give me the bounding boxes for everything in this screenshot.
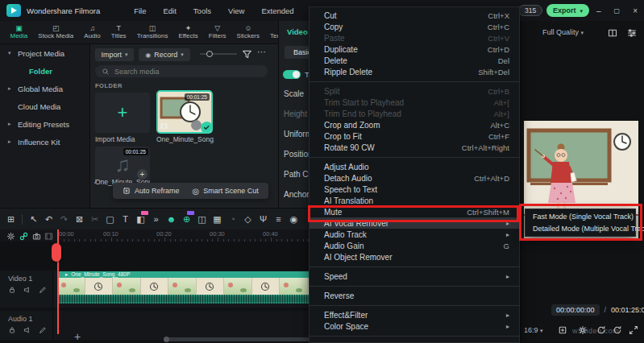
- more-tools-icon[interactable]: »: [148, 214, 164, 224]
- mute-speaker-icon[interactable]: [23, 286, 31, 294]
- edit-pencil-icon[interactable]: [39, 326, 47, 334]
- auto-ripple-link-icon[interactable]: [19, 232, 28, 241]
- voiceover-mic-icon[interactable]: Ψ: [256, 214, 271, 224]
- crop-icon[interactable]: ▢: [102, 214, 118, 225]
- tab-effects[interactable]: ✦Effects: [173, 24, 203, 40]
- tab-titles[interactable]: TTitles: [106, 24, 131, 40]
- sidebar-item-influence-kit[interactable]: ▸Influence Kit: [0, 133, 89, 151]
- tab-video[interactable]: Video: [287, 27, 308, 36]
- menu-item-ai-translation[interactable]: AI Translation: [310, 195, 519, 206]
- fullscreen-icon[interactable]: [629, 325, 638, 335]
- snapshot-frame-icon[interactable]: [558, 325, 567, 335]
- menu-item-duplicate[interactable]: DuplicateCtrl+D: [310, 43, 519, 55]
- color-levels-icon[interactable]: [627, 28, 637, 38]
- menu-item-detach-audio[interactable]: Detach AudioCtrl+Alt+D: [310, 172, 519, 184]
- menubar-item-file[interactable]: File: [134, 6, 146, 15]
- tab-transitions[interactable]: ◫Transitions: [131, 24, 173, 40]
- toolbox-icon[interactable]: ⊞: [3, 214, 19, 225]
- playhead-handle[interactable]: [52, 243, 61, 262]
- video-media-item[interactable]: 00:01:25: [156, 90, 213, 134]
- menu-item-audio-track[interactable]: Audio Track▸: [310, 229, 519, 240]
- marker-icon[interactable]: ◫: [194, 214, 210, 225]
- menu-item-adjust-audio[interactable]: Adjust Audio: [310, 161, 519, 172]
- points-badge[interactable]: 315: [518, 5, 542, 16]
- motion-tracking-icon[interactable]: ⊕: [179, 214, 194, 225]
- filter-icon[interactable]: [242, 49, 252, 60]
- render-preview-icon[interactable]: ◔: [225, 214, 240, 224]
- media-overlay-icon[interactable]: ▦: [210, 214, 225, 225]
- mask-icon[interactable]: ◧: [133, 214, 148, 225]
- mute-speaker-icon[interactable]: [23, 326, 31, 334]
- menu-item-ai-object-remover[interactable]: AI Object Remover: [310, 251, 519, 262]
- submenu-item-fast-mode-single-vocal-track[interactable]: Fast Mode (Single Vocal Track): [526, 211, 635, 223]
- lock-icon[interactable]: [8, 326, 16, 334]
- audio-media-item[interactable]: ♫ 00:01:25 + ♪: [95, 147, 150, 182]
- screen-record-icon[interactable]: ◉: [286, 214, 301, 225]
- select-tool-icon[interactable]: ↖: [26, 214, 41, 225]
- current-time[interactable]: 00:00:00:00: [551, 304, 600, 316]
- audio-track-header[interactable]: Audio 1: [0, 311, 53, 340]
- record-button[interactable]: ◉ Record▾: [139, 48, 190, 61]
- auto-reframe-button[interactable]: Auto Reframe: [123, 187, 180, 195]
- menu-item-cut[interactable]: CutCtrl+X: [310, 10, 519, 21]
- lock-icon[interactable]: [8, 286, 16, 294]
- menubar-item-extended[interactable]: Extended: [261, 6, 293, 15]
- tab-filters[interactable]: ▽Filters: [203, 24, 231, 40]
- search-input[interactable]: Search media: [95, 65, 268, 77]
- tab-stock-media[interactable]: ◰Stock Media: [33, 24, 79, 40]
- sidebar-item-global-media[interactable]: ▸Global Media: [0, 80, 89, 97]
- audio-mixer-icon[interactable]: ≡: [271, 214, 286, 224]
- undo-icon[interactable]: ↶: [41, 214, 56, 225]
- menu-item-mute[interactable]: MuteCtrl+Shift+M: [310, 206, 519, 217]
- submenu-item-detailed-mode-multiple-vocal-tracks[interactable]: Detailed Mode (Multiple Vocal Tracks): [526, 223, 635, 235]
- redo-icon[interactable]: ↷: [56, 214, 72, 225]
- minimize-button[interactable]: –: [596, 6, 601, 15]
- menu-item-effect-filter[interactable]: Effect&Filter▸: [310, 309, 519, 320]
- menu-item-ripple-delete[interactable]: Ripple DeleteShift+Del: [310, 66, 519, 77]
- text-tool-icon[interactable]: T: [118, 214, 133, 224]
- transform-toggle[interactable]: [283, 70, 301, 79]
- menu-item-speed[interactable]: Speed▸: [310, 271, 519, 282]
- menu-item-crop-and-zoom[interactable]: Crop and ZoomAlt+C: [310, 119, 519, 130]
- thumbnail-size-slider[interactable]: [200, 53, 237, 55]
- menu-item-audio-gain[interactable]: Audio GainG: [310, 240, 519, 251]
- menu-item-smart-edit-tool[interactable]: Smart Edit Tool▸: [310, 340, 519, 343]
- menubar-item-tools[interactable]: Tools: [193, 6, 211, 15]
- snapshot-icon[interactable]: [32, 232, 41, 241]
- mask-shield-icon[interactable]: ◇: [240, 214, 256, 225]
- tab-stickers[interactable]: ☺Stickers: [231, 24, 264, 40]
- sidebar-item-folder[interactable]: Folder: [0, 62, 89, 80]
- close-button[interactable]: ×: [633, 6, 638, 15]
- import-media-tile[interactable]: +: [95, 93, 150, 133]
- tab-audio[interactable]: ♫Audio: [79, 24, 106, 40]
- edit-pencil-icon[interactable]: [39, 286, 47, 294]
- playback-quality-select[interactable]: Full Quality ▾: [542, 28, 584, 36]
- delete-icon[interactable]: ⊠: [72, 214, 87, 225]
- menubar-item-edit[interactable]: Edit: [163, 6, 176, 15]
- menu-item-speech-to-text[interactable]: Speech to Text: [310, 184, 519, 195]
- compare-view-icon[interactable]: [608, 28, 617, 38]
- import-button[interactable]: Import▾: [95, 48, 134, 61]
- menu-item-color-space[interactable]: Color Space▸: [310, 320, 519, 332]
- timeline-settings-gear-icon[interactable]: [6, 232, 15, 241]
- more-options-icon[interactable]: ⋯: [257, 47, 266, 57]
- aspect-ratio-select[interactable]: 16:9 ▾: [524, 326, 543, 334]
- smart-scene-cut-button[interactable]: ◎ Smart Scene Cut: [193, 187, 259, 196]
- menu-item-copy[interactable]: CopyCtrl+C: [310, 21, 519, 32]
- add-track-button[interactable]: +: [74, 330, 81, 343]
- restore-button[interactable]: ▢: [614, 7, 621, 14]
- tab-media[interactable]: ▣Media: [5, 24, 33, 40]
- split-scissors-icon[interactable]: ✂: [87, 214, 102, 225]
- menu-item-reverse[interactable]: Reverse: [310, 290, 519, 301]
- export-button[interactable]: Export▾: [546, 4, 589, 17]
- sidebar-item-editing-presets[interactable]: ▸Editing Presets: [0, 115, 89, 133]
- video-track-header[interactable]: Video 1: [0, 271, 53, 308]
- menu-item-delete[interactable]: DeleteDel: [310, 55, 519, 66]
- ai-copilot-icon[interactable]: ☻: [164, 214, 179, 224]
- menu-item-crop-to-fit[interactable]: Crop to FitCtrl+F: [310, 130, 519, 142]
- menu-item-rotate-90-cw[interactable]: Rotate 90 CWCtrl+Alt+Right: [310, 142, 519, 153]
- menu-item-ai-vocal-remover[interactable]: AI Vocal Remover▸: [310, 217, 519, 229]
- menubar-item-view[interactable]: View: [228, 6, 244, 15]
- slider-knob[interactable]: [206, 51, 213, 57]
- marker-strip-icon[interactable]: [44, 232, 53, 241]
